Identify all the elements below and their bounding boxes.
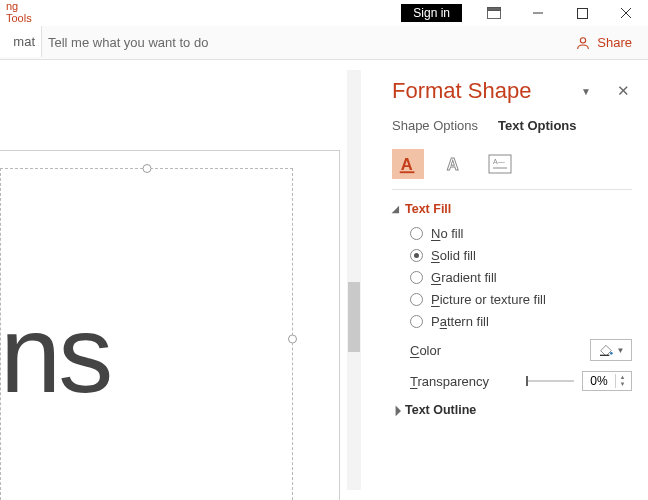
tell-me-placeholder: Tell me what you want to do [48,35,208,50]
share-button[interactable]: Share [575,35,632,51]
transparency-label: Transparency [410,374,518,389]
radio-no-fill[interactable]: No fill [410,226,632,241]
radio-icon [410,227,423,240]
transparency-input[interactable] [583,374,615,388]
radio-pattern-fill[interactable]: Pattern fill [410,314,632,329]
textbox-content[interactable]: ns [0,290,110,417]
svg-text:A: A [401,155,413,173]
text-fill-outline-icon[interactable]: A [392,149,424,179]
collapse-triangle-icon: ◢ [392,204,399,214]
share-person-icon [575,35,591,51]
svg-text:A: A [447,155,459,173]
resize-handle-top[interactable] [142,164,151,173]
vertical-scrollbar[interactable] [347,70,361,490]
transparency-slider[interactable] [526,380,574,382]
spinner-down[interactable]: ▼ [620,381,626,388]
drawing-tools-label: ng Tools [0,0,42,24]
scrollbar-thumb[interactable] [348,282,360,352]
svg-rect-14 [600,355,609,356]
radio-picture-fill[interactable]: Picture or texture fill [410,292,632,307]
radio-gradient-fill[interactable]: Gradient fill [410,270,632,285]
expand-triangle-icon: ◢ [389,404,401,416]
ribbon-display-options[interactable] [472,0,516,26]
tab-text-options[interactable]: Text Options [498,118,576,135]
section-text-outline-label: Text Outline [405,403,476,417]
color-picker-button[interactable]: ▼ [590,339,632,361]
svg-rect-1 [488,8,501,11]
pane-options-dropdown[interactable]: ▼ [581,86,591,97]
text-effects-icon[interactable]: A [438,149,470,179]
svg-rect-8 [400,171,415,173]
radio-icon [410,315,423,328]
section-text-fill-label: Text Fill [405,202,451,216]
radio-icon [410,249,423,262]
tab-format[interactable]: mat [0,26,42,57]
svg-point-6 [581,37,586,42]
svg-text:A—: A— [493,158,505,165]
close-button[interactable] [604,0,648,26]
format-shape-pane: Format Shape ▼ ✕ Shape Options Text Opti… [374,60,648,500]
slide-canvas-area[interactable]: ▲ ns [0,60,361,500]
sign-in-button[interactable]: Sign in [401,4,462,22]
tell-me-search[interactable]: Tell me what you want to do [18,34,208,52]
radio-solid-fill[interactable]: Solid fill [410,248,632,263]
transparency-spinner[interactable]: ▲▼ [582,371,632,391]
color-label: Color [410,343,518,358]
textbox-icon[interactable]: A— [484,149,516,179]
paint-bucket-icon [598,342,614,358]
svg-point-13 [610,352,613,355]
radio-icon [410,293,423,306]
pane-close-button[interactable]: ✕ [617,82,630,100]
chevron-down-icon: ▼ [617,346,625,355]
tab-shape-options[interactable]: Shape Options [392,118,478,135]
svg-rect-3 [577,8,587,18]
minimize-button[interactable] [516,0,560,26]
spinner-up[interactable]: ▲ [620,374,626,381]
section-text-fill-toggle[interactable]: ◢ Text Fill [392,202,632,216]
resize-handle-right[interactable] [288,335,297,344]
maximize-button[interactable] [560,0,604,26]
slider-knob[interactable] [526,376,528,386]
section-text-outline-toggle[interactable]: ◢ Text Outline [392,403,632,417]
share-label: Share [597,35,632,50]
radio-icon [410,271,423,284]
